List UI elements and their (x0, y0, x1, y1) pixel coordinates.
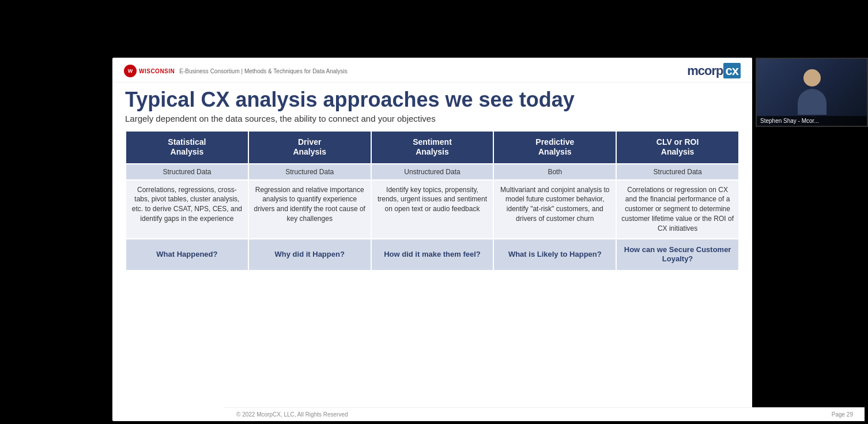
slide-header: W WISCONSIN E-Business Consortium | Meth… (112, 58, 752, 82)
desc-sentiment: Identify key topics, propensity, trends,… (371, 180, 494, 239)
person-silhouette (795, 69, 829, 115)
mcorp-text: mcorp (687, 63, 723, 78)
desc-predictive: Multivariant and conjoint analysis to mo… (493, 180, 616, 239)
video-thumbnail: Stephen Shay - Mcor... (756, 58, 868, 127)
cx-box: cx (723, 63, 741, 78)
data-type-clv: Structured Data (616, 164, 739, 180)
col-header-statistical: StatisticalAnalysis (126, 131, 248, 164)
question-clv: How can we Secure Customer Loyalty? (616, 239, 739, 271)
person-head (803, 69, 821, 87)
data-type-statistical: Structured Data (126, 164, 248, 180)
slide-subtitle: Largely dependent on the data sources, t… (125, 114, 739, 123)
header-left: W WISCONSIN E-Business Consortium | Meth… (124, 65, 348, 77)
copyright-text: © 2022 McorpCX, LLC, All Rights Reserved (236, 411, 348, 418)
description-row: Correlations, regressions, cross-tabs, p… (126, 180, 739, 239)
question-driver: Why did it Happen? (248, 239, 371, 271)
col-header-clv: CLV or ROIAnalysis (616, 131, 739, 164)
video-label: Stephen Shay - Mcor... (757, 116, 867, 126)
question-statistical: What Happened? (126, 239, 248, 271)
desc-clv: Correlations or regression on CX and the… (616, 180, 739, 239)
header-row: StatisticalAnalysis DriverAnalysis Senti… (126, 131, 739, 164)
page-number: Page 29 (832, 411, 853, 418)
data-type-row: Structured Data Structured Data Unstruct… (126, 164, 739, 180)
col-header-driver: DriverAnalysis (248, 131, 371, 164)
slide-footer: © 2022 McorpCX, LLC, All Rights Reserved… (225, 407, 865, 421)
mcorp-logo: mcorpcx (687, 63, 741, 78)
slide-title: Typical CX analysis approaches we see to… (125, 88, 739, 111)
wisconsin-label: WISCONSIN (139, 68, 175, 74)
person-body (798, 89, 827, 115)
slide-container: W WISCONSIN E-Business Consortium | Meth… (112, 58, 752, 421)
header-subtitle: E-Business Consortium | Methods & Techni… (179, 68, 347, 74)
data-type-predictive: Both (493, 164, 616, 180)
screen: W WISCONSIN E-Business Consortium | Meth… (0, 0, 868, 424)
desc-statistical: Correlations, regressions, cross-tabs, p… (126, 180, 248, 239)
col-header-sentiment: SentimentAnalysis (371, 131, 494, 164)
analysis-table: StatisticalAnalysis DriverAnalysis Senti… (125, 130, 739, 272)
question-predictive: What is Likely to Happen? (493, 239, 616, 271)
question-row: What Happened? Why did it Happen? How di… (126, 239, 739, 271)
slide-content: Typical CX analysis approaches we see to… (112, 82, 752, 277)
question-sentiment: How did it make them feel? (371, 239, 494, 271)
col-header-predictive: PredictiveAnalysis (493, 131, 616, 164)
desc-driver: Regression and relative importance analy… (248, 180, 371, 239)
uw-logo-icon: W (124, 65, 137, 77)
data-type-driver: Structured Data (248, 164, 371, 180)
wisconsin-badge: W WISCONSIN (124, 65, 175, 77)
data-type-sentiment: Unstructured Data (371, 164, 494, 180)
